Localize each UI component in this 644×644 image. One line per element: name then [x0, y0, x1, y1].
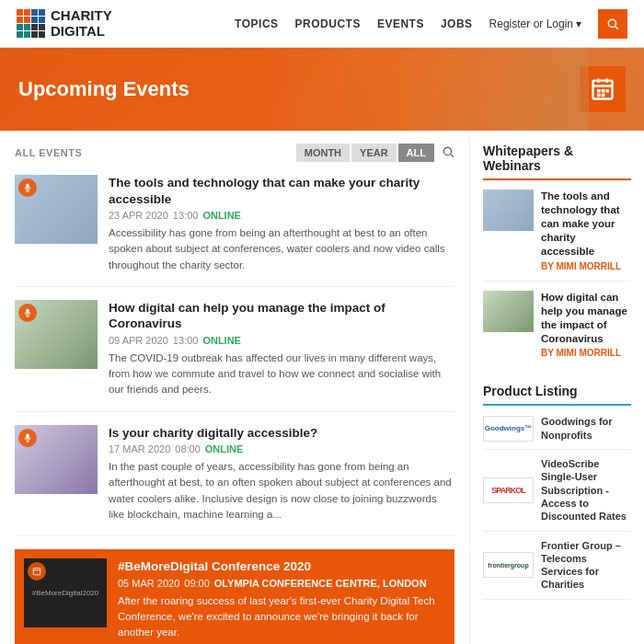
events-list: ALL EVENTS MONTH YEAR ALL The tools and …: [0, 131, 469, 644]
whitepapers-section: Whitepapers & Webinars The tools and tec…: [483, 144, 631, 367]
filter-search-icon[interactable]: [442, 145, 454, 161]
logo-cell: [17, 17, 23, 23]
svg-rect-13: [33, 569, 40, 575]
products-section: Product Listing Goodwings™ Goodwings for…: [483, 384, 631, 599]
nav: TOPICS PRODUCTS EVENTS JOBS Register or …: [235, 9, 627, 39]
product-item: SPARKOL VideoScribe Single-User Subscrip…: [483, 457, 631, 531]
event-body: Is your charity digitally accessible? 17…: [109, 425, 454, 523]
whitepaper-author: BY MIMI MORRILL: [541, 261, 631, 271]
svg-rect-8: [606, 89, 610, 93]
logo-cell: [17, 31, 23, 38]
nav-events[interactable]: EVENTS: [377, 17, 424, 30]
event-thumbnail: [15, 300, 98, 369]
search-icon: [606, 17, 619, 30]
event-thumbnail: #BeMoreDigital2020: [24, 558, 107, 627]
products-title: Product Listing: [483, 384, 631, 406]
event-meta: 17 MAR 2020 08:00 ONLINE: [109, 443, 454, 454]
logo-cell: [24, 31, 30, 38]
filter-all-button[interactable]: ALL: [398, 144, 434, 162]
svg-rect-9: [597, 94, 601, 98]
whitepaper-card: How digital can help you manage the impa…: [483, 291, 631, 368]
microphone-icon: [18, 304, 37, 322]
event-description: The COVID-19 outbreak has affected our l…: [109, 351, 454, 398]
microphone-icon: [18, 178, 37, 197]
event-title[interactable]: How digital can help you manage the impa…: [109, 300, 454, 332]
event-description: Accessibility has gone from being an aft…: [109, 225, 454, 273]
header: CHARITY DIGITAL TOPICS PRODUCTS EVENTS J…: [0, 0, 644, 48]
event-description: After the roaring success of last year's…: [118, 593, 445, 641]
whitepaper-thumbnail: [483, 190, 534, 231]
whitepapers-title: Whitepapers & Webinars: [483, 144, 631, 180]
goodwings-logo: Goodwings™: [483, 416, 534, 442]
sparkol-logo: SPARKOL: [483, 477, 534, 503]
event-meta: 05 MAR 2020 09:00 OLYMPIA CONFERENCE CEN…: [118, 578, 445, 589]
online-badge: ONLINE: [205, 443, 244, 454]
calendar-thumb-icon: [28, 562, 46, 581]
header-search-button[interactable]: [598, 9, 627, 39]
logo-cell: [17, 24, 23, 30]
event-item: Is your charity digitally accessible? 17…: [15, 425, 454, 537]
product-item: frontiergroup Frontier Group – Telecoms …: [483, 539, 631, 600]
microphone-icon: [18, 429, 37, 447]
logo-cell: [17, 9, 23, 16]
nav-topics[interactable]: TOPICS: [235, 17, 278, 30]
logo-cell: [31, 9, 38, 16]
calendar-icon: [590, 76, 615, 102]
logo-cell: [24, 24, 30, 30]
event-body: #BeMoreDigital Conference 2020 05 MAR 20…: [118, 558, 445, 640]
all-events-label: ALL EVENTS: [15, 147, 82, 158]
logo-cell: [31, 17, 38, 23]
filter-month-button[interactable]: MONTH: [296, 144, 350, 162]
logo-cell: [39, 24, 45, 30]
event-item: How digital can help you manage the impa…: [15, 300, 454, 412]
svg-rect-7: [602, 89, 605, 93]
hero-background: [405, 48, 589, 131]
whitepaper-thumbnail: [483, 291, 534, 332]
filter-buttons: MONTH YEAR ALL: [296, 144, 454, 162]
calendar-small-icon: [32, 567, 41, 576]
logo-cell: [39, 17, 45, 23]
online-badge: ONLINE: [202, 210, 241, 221]
product-name[interactable]: VideoScribe Single-User Subscription - A…: [541, 457, 631, 523]
page-title: Upcoming Events: [18, 77, 190, 101]
whitepaper-title[interactable]: The tools and technology that can make y…: [541, 190, 631, 259]
product-name[interactable]: Goodwings for Nonprofits: [541, 415, 631, 442]
svg-rect-10: [602, 94, 605, 98]
event-meta: 09 APR 2020 13:00 ONLINE: [109, 335, 454, 346]
whitepaper-title[interactable]: How digital can help you manage the impa…: [541, 291, 631, 346]
logo-cell: [24, 9, 30, 16]
logo-cell: [24, 17, 30, 23]
whitepaper-body: The tools and technology that can make y…: [541, 190, 631, 271]
event-meta: 23 APR 2020 13:00 ONLINE: [109, 210, 454, 221]
logo-cell: [39, 9, 45, 16]
event-thumbnail-label: #BeMoreDigital2020: [29, 585, 103, 601]
event-description: In the past couple of years, accessibili…: [109, 459, 454, 523]
online-badge: ONLINE: [202, 335, 241, 346]
register-login-link[interactable]: Register or Login ▾: [489, 17, 581, 30]
hero-banner: Upcoming Events: [0, 48, 644, 131]
event-thumbnail: [15, 175, 98, 244]
logo[interactable]: CHARITY DIGITAL: [17, 8, 112, 39]
event-location: OLYMPIA CONFERENCE CENTRE, LONDON: [214, 578, 427, 589]
logo-grid-icon: [17, 9, 45, 38]
nav-jobs[interactable]: JOBS: [441, 17, 473, 30]
logo-cell: [31, 24, 38, 30]
event-body: How digital can help you manage the impa…: [109, 300, 454, 398]
svg-point-11: [443, 147, 451, 155]
featured-event-title[interactable]: #BeMoreDigital Conference 2020: [118, 558, 445, 575]
event-title[interactable]: The tools and technology that can make y…: [109, 175, 454, 207]
event-title[interactable]: Is your charity digitally accessible?: [109, 425, 454, 442]
svg-line-12: [450, 154, 454, 157]
product-item: Goodwings™ Goodwings for Nonprofits: [483, 415, 631, 450]
frontier-logo: frontiergroup: [483, 552, 534, 578]
whitepaper-card: The tools and technology that can make y…: [483, 190, 631, 282]
logo-text: CHARITY DIGITAL: [51, 8, 112, 39]
nav-products[interactable]: PRODUCTS: [295, 17, 361, 30]
product-name[interactable]: Frontier Group – Telecoms Services for C…: [541, 539, 631, 592]
event-body: The tools and technology that can make y…: [109, 175, 454, 273]
event-item: The tools and technology that can make y…: [15, 175, 454, 287]
filter-year-button[interactable]: YEAR: [351, 144, 397, 162]
filter-bar: ALL EVENTS MONTH YEAR ALL: [15, 144, 454, 162]
event-thumbnail: [15, 425, 98, 494]
svg-line-1: [615, 26, 618, 29]
